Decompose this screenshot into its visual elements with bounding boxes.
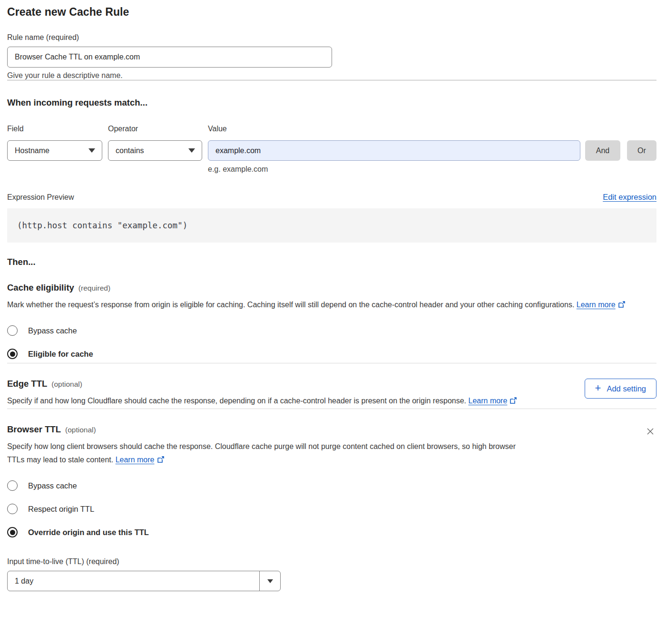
browser-ttl-optional-badge: (optional) (65, 426, 96, 434)
radio-icon (7, 349, 18, 359)
match-heading: When incoming requests match... (7, 98, 656, 108)
edit-expression-link[interactable]: Edit expression (603, 193, 656, 202)
radio-icon (7, 527, 18, 537)
external-link-icon (509, 395, 517, 409)
cache-eligibility-learn-more-link[interactable]: Learn more (577, 301, 616, 309)
section-divider (7, 80, 656, 80)
operator-label: Operator (108, 125, 208, 133)
radio-label: Respect origin TTL (28, 505, 94, 514)
ttl-select-value: 1 day (8, 571, 259, 591)
chevron-down-icon (188, 148, 195, 153)
radio-label: Bypass cache (28, 326, 77, 335)
match-row: Hostname contains And Or (7, 140, 656, 161)
browser-ttl-header: Browser TTL (optional) Specify how long … (7, 424, 656, 468)
field-label: Field (7, 125, 108, 133)
cache-eligibility-header: Cache eligibility (required) (7, 283, 656, 293)
browser-ttl-heading: Browser TTL (7, 424, 61, 435)
and-button[interactable]: And (585, 140, 620, 161)
match-column-labels: Field Operator Value (7, 125, 656, 133)
browser-ttl-description-text: Specify how long client browsers should … (7, 442, 516, 464)
chevron-down-icon (267, 579, 273, 583)
cache-eligibility-description-text: Mark whether the request’s response from… (7, 301, 574, 309)
value-help: e.g. example.com (208, 165, 656, 174)
edge-ttl-heading-row: Edge TTL (optional) (7, 379, 517, 389)
edge-ttl-header: Edge TTL (optional) Specify if and how l… (7, 379, 656, 409)
cache-eligibility-options: Bypass cache Eligible for cache (7, 325, 656, 359)
remove-browser-ttl-button[interactable] (644, 425, 656, 438)
edge-ttl-heading: Edge TTL (7, 379, 47, 389)
ttl-input-label: Input time-to-live (TTL) (required) (7, 557, 656, 566)
browser-ttl-options: Bypass cache Respect origin TTL Override… (7, 480, 656, 537)
radio-label: Override origin and use this TTL (28, 528, 149, 537)
edge-ttl-learn-more-link[interactable]: Learn more (469, 397, 508, 405)
rule-name-label: Rule name (required) (7, 33, 656, 42)
cache-eligibility-heading: Cache eligibility (7, 283, 74, 293)
then-heading: Then... (7, 257, 656, 267)
section-divider (7, 409, 656, 409)
add-setting-button[interactable]: + Add setting (585, 379, 656, 399)
radio-icon (7, 504, 18, 514)
expression-preview-label: Expression Preview (7, 193, 74, 202)
radio-label: Bypass cache (28, 481, 77, 490)
page-title: Create new Cache Rule (7, 6, 656, 19)
browser-ttl-learn-more-link[interactable]: Learn more (116, 456, 155, 464)
radio-respect-origin-ttl[interactable]: Respect origin TTL (7, 504, 656, 514)
field-select[interactable]: Hostname (7, 140, 102, 161)
radio-icon (7, 325, 18, 336)
edge-ttl-description-text: Specify if and how long Cloudflare shoul… (7, 397, 466, 405)
radio-icon (7, 480, 18, 491)
cache-eligibility-required-badge: (required) (78, 284, 110, 293)
chevron-down-icon (88, 148, 95, 153)
rule-name-input[interactable] (7, 47, 332, 68)
value-label: Value (208, 125, 227, 133)
close-icon (645, 426, 656, 437)
external-link-icon (157, 454, 165, 468)
radio-override-origin-ttl[interactable]: Override origin and use this TTL (7, 527, 656, 537)
edge-ttl-optional-badge: (optional) (51, 380, 82, 389)
ttl-select-arrow-segment[interactable] (259, 571, 280, 591)
browser-ttl-heading-row: Browser TTL (optional) (7, 424, 528, 435)
field-select-value: Hostname (15, 146, 49, 155)
expression-code-block: (http.host contains "example.com") (7, 208, 656, 243)
ttl-select[interactable]: 1 day (7, 571, 281, 591)
expression-header: Expression Preview Edit expression (7, 193, 656, 202)
operator-select[interactable]: contains (108, 140, 202, 161)
browser-ttl-description: Specify how long client browsers should … (7, 440, 528, 468)
section-divider (7, 363, 656, 363)
expression-code: (http.host contains "example.com") (17, 221, 187, 230)
external-link-icon (618, 299, 626, 312)
cache-eligibility-description: Mark whether the request’s response from… (7, 298, 642, 312)
or-button[interactable]: Or (627, 140, 656, 161)
operator-select-value: contains (116, 146, 144, 155)
value-input[interactable] (208, 140, 580, 161)
add-setting-label: Add setting (607, 384, 646, 393)
plus-icon: + (595, 383, 601, 393)
radio-eligible-for-cache[interactable]: Eligible for cache (7, 349, 656, 359)
radio-bypass-cache[interactable]: Bypass cache (7, 325, 656, 336)
radio-bypass-cache-browser[interactable]: Bypass cache (7, 480, 656, 491)
edge-ttl-description: Specify if and how long Cloudflare shoul… (7, 394, 517, 409)
radio-label: Eligible for cache (28, 350, 93, 359)
rule-name-help: Give your rule a descriptive name. (7, 71, 656, 80)
